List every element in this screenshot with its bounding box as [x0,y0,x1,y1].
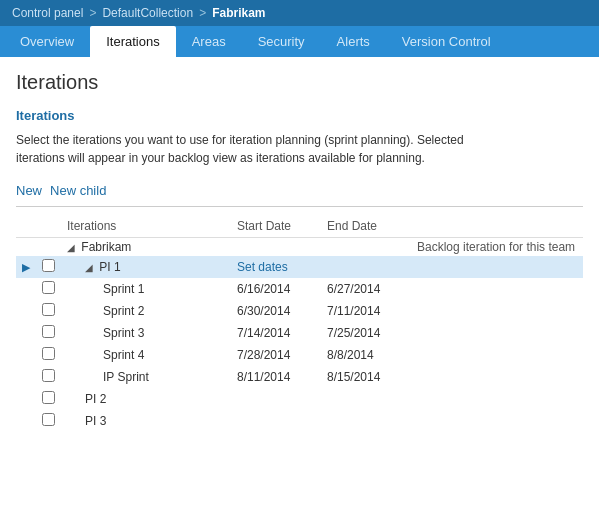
table-row-pi3: PI 3 [16,410,583,432]
pi2-label-cell: PI 2 [61,388,231,410]
description: Select the iterations you want to use fo… [16,131,583,167]
sprint3-end: 7/25/2014 [321,322,411,344]
pi1-label-cell: ◢ PI 1 [61,256,231,278]
sprint3-checkbox-cell[interactable] [36,322,61,344]
pi2-end [321,388,411,410]
pi1-backlog [411,256,583,278]
tab-areas[interactable]: Areas [176,26,242,57]
sprint1-checkbox[interactable] [42,281,55,294]
sprint4-indent: Sprint 4 [67,348,144,362]
sprint1-checkbox-cell[interactable] [36,278,61,300]
page-title: Iterations [16,71,583,94]
breadcrumb-project: Fabrikam [212,6,265,20]
sprint4-label-cell: Sprint 4 [61,344,231,366]
sprint1-indent: Sprint 1 [67,282,144,296]
pi2-checkbox-cell[interactable] [36,388,61,410]
tab-version-control[interactable]: Version Control [386,26,507,57]
tab-alerts[interactable]: Alerts [321,26,386,57]
iterations-table: Iterations Start Date End Date ◢ Fabrika… [16,215,583,432]
pi1-arrow-cell: ▶ [16,256,36,278]
pi3-checkbox-cell[interactable] [36,410,61,432]
sprint4-name: Sprint 4 [103,348,144,362]
sprint1-end: 6/27/2014 [321,278,411,300]
sprint4-checkbox-cell[interactable] [36,344,61,366]
set-dates-link[interactable]: Set dates [237,260,288,274]
pi3-name: PI 3 [85,414,106,428]
pi2-checkbox[interactable] [42,391,55,404]
ip-sprint-label-cell: IP Sprint [61,366,231,388]
new-button[interactable]: New [16,181,50,200]
table-header-row: Iterations Start Date End Date [16,215,583,238]
ip-sprint-checkbox[interactable] [42,369,55,382]
sprint2-end: 7/11/2014 [321,300,411,322]
table-row-ip-sprint: IP Sprint 8/11/2014 8/15/2014 [16,366,583,388]
pi1-name: PI 1 [99,260,120,274]
sprint2-checkbox-cell[interactable] [36,300,61,322]
section-title: Iterations [16,108,583,123]
pi1-end [321,256,411,278]
sprint4-end: 8/8/2014 [321,344,411,366]
th-end-date: End Date [321,215,411,238]
pi3-end [321,410,411,432]
sprint3-label-cell: Sprint 3 [61,322,231,344]
pi1-checkbox-cell[interactable] [36,256,61,278]
fabrikam-checkbox-cell [36,238,61,257]
ip-sprint-checkbox-cell[interactable] [36,366,61,388]
sprint2-backlog [411,300,583,322]
tab-overview[interactable]: Overview [4,26,90,57]
sprint1-arrow [16,278,36,300]
pi1-indent: ◢ PI 1 [67,260,121,274]
pi2-backlog [411,388,583,410]
new-child-button[interactable]: New child [50,181,114,200]
ip-sprint-arrow [16,366,36,388]
tab-iterations[interactable]: Iterations [90,26,175,57]
pi2-start [231,388,321,410]
sprint2-start: 6/30/2014 [231,300,321,322]
sprint4-checkbox[interactable] [42,347,55,360]
table-row-pi1: ▶ ◢ PI 1 Set dates [16,256,583,278]
fabrikam-label: ◢ Fabrikam [61,238,231,257]
th-backlog [411,215,583,238]
fabrikam-tree-icon: ◢ [67,242,75,253]
sprint3-backlog [411,322,583,344]
toolbar: New New child [16,181,583,207]
pi2-arrow [16,388,36,410]
description-line1: Select the iterations you want to use fo… [16,133,464,147]
tab-security[interactable]: Security [242,26,321,57]
th-start-date: Start Date [231,215,321,238]
fabrikam-arrow [16,238,36,257]
sprint2-checkbox[interactable] [42,303,55,316]
breadcrumb-sep1: > [89,6,96,20]
pi3-arrow [16,410,36,432]
sprint3-start: 7/14/2014 [231,322,321,344]
breadcrumb-control-panel[interactable]: Control panel [12,6,83,20]
sprint4-backlog [411,344,583,366]
pi3-indent: PI 3 [67,414,106,428]
sprint1-label-cell: Sprint 1 [61,278,231,300]
ip-sprint-backlog [411,366,583,388]
sprint2-label-cell: Sprint 2 [61,300,231,322]
sprint4-start: 7/28/2014 [231,344,321,366]
breadcrumb-default-collection[interactable]: DefaultCollection [102,6,193,20]
sprint3-name: Sprint 3 [103,326,144,340]
pi3-label-cell: PI 3 [61,410,231,432]
pi1-checkbox[interactable] [42,259,55,272]
sprint2-name: Sprint 2 [103,304,144,318]
th-arrow [16,215,36,238]
pi1-tree-icon: ◢ [85,262,93,273]
pi3-checkbox[interactable] [42,413,55,426]
breadcrumb-sep2: > [199,6,206,20]
main-content: Iterations Iterations Select the iterati… [0,57,599,446]
pi1-start: Set dates [231,256,321,278]
pi3-start [231,410,321,432]
sprint2-indent: Sprint 2 [67,304,144,318]
fabrikam-name: Fabrikam [81,240,131,254]
fabrikam-start [231,238,321,257]
sprint1-start: 6/16/2014 [231,278,321,300]
ip-sprint-start: 8/11/2014 [231,366,321,388]
sprint3-checkbox[interactable] [42,325,55,338]
sprint4-arrow [16,344,36,366]
ip-sprint-name: IP Sprint [103,370,149,384]
pi2-name: PI 2 [85,392,106,406]
top-bar: Control panel > DefaultCollection > Fabr… [0,0,599,26]
